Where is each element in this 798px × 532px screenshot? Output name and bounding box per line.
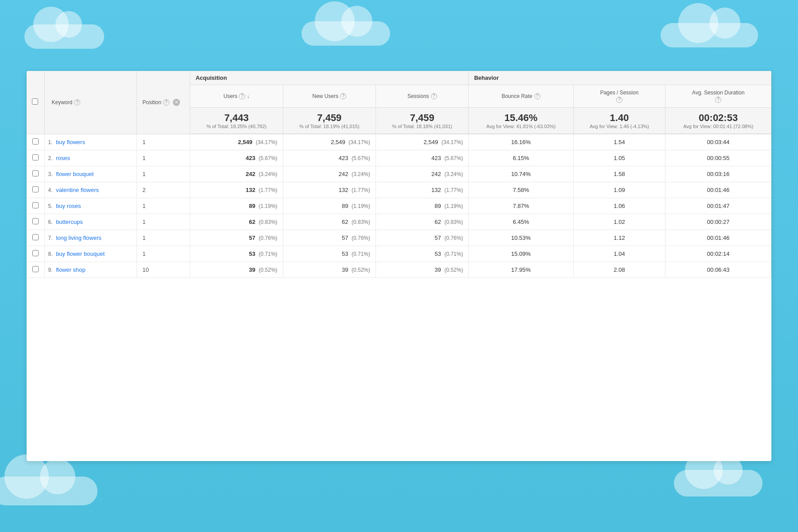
row-users-main: 2,549	[238, 139, 253, 145]
row-checkbox-0[interactable]	[32, 138, 39, 145]
row-new-users-main: 39	[342, 266, 348, 273]
row-sessions-pct: (1.77%)	[444, 187, 463, 193]
row-users: 39 (0.52%)	[190, 262, 283, 278]
row-users: 423 (5.67%)	[190, 150, 283, 166]
row-checkbox-2[interactable]	[32, 170, 39, 176]
row-bounce-rate: 6.45%	[469, 214, 573, 230]
bounce-rate-help-icon[interactable]: ?	[534, 93, 540, 99]
row-position: 1	[137, 166, 190, 182]
row-users-main: 423	[246, 155, 255, 161]
keyword-link[interactable]: flower bouquet	[56, 171, 94, 177]
keyword-link[interactable]: buttercups	[56, 219, 83, 225]
new-users-help-icon[interactable]: ?	[340, 93, 346, 99]
row-avg-session: 00:03:16	[665, 166, 771, 182]
row-bounce-rate: 15.09%	[469, 246, 573, 262]
row-rank: 7.	[48, 235, 55, 241]
row-sessions: 89 (1.19%)	[376, 198, 469, 214]
new-users-col-label: New Users	[312, 93, 338, 99]
table-row: 2. roses 1 423 (5.67%) 423 (5.67%) 423 (…	[27, 150, 771, 166]
row-users: 242 (3.24%)	[190, 166, 283, 182]
row-checkbox-3[interactable]	[32, 186, 39, 192]
total-pages-main: 1.40	[579, 112, 660, 124]
total-duration-sub: Avg for View: 00:01:41 (72.08%)	[671, 124, 766, 129]
row-pages-session: 1.58	[573, 166, 665, 182]
row-new-users: 132 (1.77%)	[283, 182, 376, 198]
row-avg-session: 00:06:43	[665, 262, 771, 278]
table-row: 8. buy flower bouquet 1 53 (0.71%) 53 (0…	[27, 246, 771, 262]
avg-session-help-icon[interactable]: ?	[715, 97, 721, 103]
row-new-users-pct: (1.77%)	[352, 187, 370, 193]
row-rank: 2.	[48, 155, 55, 161]
row-new-users-main: 57	[342, 235, 348, 241]
row-sessions: 423 (5.67%)	[376, 150, 469, 166]
position-close-icon[interactable]: ✕	[173, 99, 180, 106]
select-all-checkbox[interactable]	[32, 98, 38, 105]
row-checkbox-5[interactable]	[32, 218, 39, 224]
sessions-col-label: Sessions	[407, 93, 429, 99]
rank-keyword-cell: 6. buttercups	[44, 214, 137, 230]
row-avg-session: 00:01:46	[665, 230, 771, 246]
row-rank: 4.	[48, 187, 55, 193]
keyword-link[interactable]: roses	[56, 155, 70, 161]
row-users-pct: (0.52%)	[259, 267, 278, 273]
keyword-link[interactable]: buy roses	[56, 203, 81, 209]
sessions-help-icon[interactable]: ?	[431, 93, 437, 99]
keyword-link[interactable]: buy flower bouquet	[56, 250, 105, 257]
row-users: 62 (0.83%)	[190, 214, 283, 230]
keyword-link[interactable]: flower shop	[56, 266, 85, 273]
row-checkbox-4[interactable]	[32, 202, 39, 208]
cloud-4	[0, 477, 98, 505]
row-sessions-main: 423	[431, 155, 441, 161]
row-new-users-main: 53	[342, 250, 348, 257]
rank-keyword-cell: 3. flower bouquet	[44, 166, 137, 182]
row-bounce-rate: 7.87%	[469, 198, 573, 214]
keyword-link[interactable]: buy flowers	[56, 139, 85, 145]
row-sessions-pct: (0.76%)	[444, 235, 463, 241]
row-bounce-rate: 10.74%	[469, 166, 573, 182]
row-rank: 5.	[48, 203, 55, 209]
row-pages-session: 1.09	[573, 182, 665, 198]
row-avg-session: 00:03:44	[665, 134, 771, 150]
total-duration-main: 00:02:53	[671, 112, 766, 124]
users-sort-icon[interactable]: ↓	[247, 94, 250, 99]
row-users-pct: (0.71%)	[259, 251, 278, 257]
row-users-pct: (5.67%)	[259, 155, 278, 161]
rank-keyword-cell: 1. buy flowers	[44, 134, 137, 150]
row-users-main: 39	[249, 266, 255, 273]
row-bounce-rate: 7.58%	[469, 182, 573, 198]
row-checkbox-6[interactable]	[32, 234, 39, 240]
row-checkbox-8[interactable]	[32, 266, 39, 272]
row-rank: 3.	[48, 171, 55, 177]
position-help-icon[interactable]: ?	[163, 99, 169, 106]
row-new-users-pct: (5.67%)	[352, 155, 370, 161]
row-pages-session: 1.02	[573, 214, 665, 230]
row-sessions: 242 (3.24%)	[376, 166, 469, 182]
row-rank: 1.	[48, 139, 55, 145]
row-sessions-main: 132	[431, 187, 441, 193]
row-sessions-main: 89	[434, 203, 441, 209]
cloud-5	[674, 470, 763, 497]
keyword-link[interactable]: long living flowers	[56, 235, 102, 241]
row-sessions-pct: (1.19%)	[444, 203, 463, 209]
table-row: 6. buttercups 1 62 (0.83%) 62 (0.83%) 62…	[27, 214, 771, 230]
row-users-pct: (0.83%)	[259, 219, 278, 225]
row-position: 2	[137, 182, 190, 198]
keyword-help-icon[interactable]: ?	[74, 99, 80, 106]
row-avg-session: 00:00:27	[665, 214, 771, 230]
row-checkbox-7[interactable]	[32, 250, 39, 256]
total-new-users-sub: % of Total: 18.19% (41,015)	[289, 124, 370, 129]
rank-keyword-cell: 2. roses	[44, 150, 137, 166]
position-col-label: Position	[142, 99, 161, 106]
behavior-section-label: Behavior	[474, 74, 499, 81]
row-new-users: 2,549 (34.17%)	[283, 134, 376, 150]
row-checkbox-1[interactable]	[32, 154, 39, 160]
row-bounce-rate: 10.53%	[469, 230, 573, 246]
row-users: 2,549 (34.17%)	[190, 134, 283, 150]
pages-session-help-icon[interactable]: ?	[616, 97, 622, 103]
row-checkbox-cell	[27, 262, 44, 278]
row-rank: 8.	[48, 251, 55, 257]
row-position: 1	[137, 134, 190, 150]
row-users-main: 89	[249, 203, 255, 209]
users-help-icon[interactable]: ?	[239, 93, 245, 99]
keyword-link[interactable]: valentine flowers	[56, 187, 99, 193]
